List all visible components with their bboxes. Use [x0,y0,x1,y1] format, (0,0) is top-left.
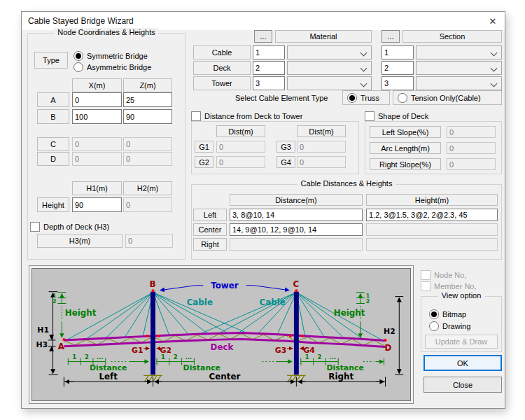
arc-length-label: Arc Length(m) [370,142,441,154]
deck-label: Deck [211,342,234,352]
h2-label: H2 [384,327,396,336]
section-browse-button[interactable]: ... [382,30,400,43]
row-label-b: B [37,109,69,124]
node-b-label: B [150,279,156,289]
right-distance-input [230,238,363,251]
deck-section-no[interactable]: 2 [382,61,414,75]
ok-button[interactable]: OK [424,355,502,371]
deck-section-combo[interactable] [416,61,502,75]
select-cable-element-type-label: Select Cable Element Type [235,94,328,102]
arc-length-input: 0 [447,142,496,154]
radio-truss[interactable]: Truss [342,90,390,105]
tower-label: Tower [211,281,239,290]
bridge-diagram-bitmap: B C Tower Cable Cable Height Height H1 H… [31,268,411,401]
cable-section-combo[interactable] [416,46,502,59]
input-c-z: 0 [123,137,172,151]
close-button[interactable]: ✕ [482,13,504,29]
radio-label: Bitmap [442,310,466,318]
tower-material-no[interactable]: 3 [253,76,285,90]
h1-label: H1 [37,326,49,335]
input-a-x[interactable]: 0 [72,92,122,107]
group-title: View option [438,291,485,300]
checkbox-shape-of-deck[interactable]: Shape of Deck [365,111,428,121]
tick-1: 1 [161,354,165,360]
chevron-down-icon [491,80,498,88]
height-label-right: Height [334,308,365,318]
radio-icon [347,93,357,103]
g2-input: 0 [216,156,265,168]
g1-label: G1 [195,141,214,153]
header-x: X(m) [72,78,122,92]
row-label-center: Center [193,223,227,236]
row-label-deck: Deck [193,61,251,75]
tower-section-combo[interactable] [416,76,502,90]
tower-b [150,292,155,375]
tower-material-combo[interactable] [287,76,372,90]
left-height-input[interactable]: 1.2, 3@1.5, 3@2, 2@2.3, 45 [366,209,498,221]
material-browse-button[interactable]: ... [254,30,272,43]
section-header: Section [402,30,502,43]
g2-label: G2 [195,156,214,168]
dist-header-2: Dist(m) [297,125,346,137]
cable-material-no[interactable]: 1 [253,46,285,59]
checkbox-label: Node No, [434,271,466,279]
checkbox-distance-deck-tower[interactable]: Distance from Deck to Tower [191,111,302,121]
header-h2: H2(m) [123,181,172,195]
input-b-x[interactable]: 100 [72,109,122,124]
input-h1[interactable]: 90 [72,197,122,212]
center-distance-input[interactable]: 14, 9@10, 12, 9@10, 14 [230,223,363,236]
deck-material-no[interactable]: 2 [253,61,285,75]
left-slope-input: 0 [447,126,496,138]
tick-2: 2 [52,298,57,304]
radio-bitmap[interactable]: Bitmap [429,309,466,319]
close-dialog-button[interactable]: Close [424,377,502,393]
cable-material-combo[interactable] [287,46,372,59]
tick-1: 1 [366,293,370,299]
tick-1: 1 [72,354,76,360]
row-label-a: A [37,92,69,107]
g3-diagram-label: G3 [275,346,287,355]
row-label-right: Right [193,238,227,251]
dots: ... [330,354,337,360]
input-b-z[interactable]: 90 [123,109,172,124]
checkbox-label: Member No, [434,282,477,290]
chevron-down-icon [360,65,368,72]
checkbox-depth-of-deck[interactable]: Depth of Deck (H3) [30,222,109,232]
input-d-z: 0 [123,152,172,166]
type-label: Type [34,52,68,69]
group-title: Cable Distances & Heights [298,179,396,188]
dots: ... [186,354,192,360]
radio-icon [74,62,83,72]
row-label-tower: Tower [193,76,251,90]
input-a-z[interactable]: 25 [123,92,172,107]
dots: ... [97,354,104,360]
span-right-label: Right [328,372,354,382]
distance-column-header: Distance(m) [230,194,363,206]
header-h1: H1(m) [72,181,122,195]
update-draw-button: Update & Draw [425,335,498,349]
row-label-cable: Cable [193,46,251,59]
cable-section-no[interactable]: 1 [382,46,414,59]
right-height-input [366,238,498,251]
radio-asymmetric-bridge[interactable]: Asymmetric Bridge [74,62,151,72]
row-label-c: C [37,137,69,151]
height-label-left: Height [65,308,97,318]
checkbox-label: Depth of Deck (H3) [43,223,109,231]
h3-label: H3(m) [37,234,122,248]
cable-label-left: Cable [187,298,213,307]
radio-drawing[interactable]: Drawing [429,321,470,331]
close-icon: ✕ [489,16,497,27]
tick-2: 2 [366,298,370,304]
tower-section-no[interactable]: 3 [382,76,414,90]
g1-input: 0 [216,141,265,153]
tick-2: 2 [174,354,178,360]
radio-symmetric-bridge[interactable]: Symmetric Bridge [74,50,148,61]
checkbox-label: Shape of Deck [378,112,428,120]
right-slope-label: Right Slope(%) [370,158,441,170]
deck-material-combo[interactable] [287,61,372,75]
tick-2: 2 [318,354,322,360]
radio-label: Tension Only(Cable) [411,94,481,102]
checkbox-member-no: Member No, [421,281,477,291]
left-distance-input[interactable]: 3, 8@10, 14 [230,209,363,221]
radio-tension-only[interactable]: Tension Only(Cable) [393,90,502,105]
